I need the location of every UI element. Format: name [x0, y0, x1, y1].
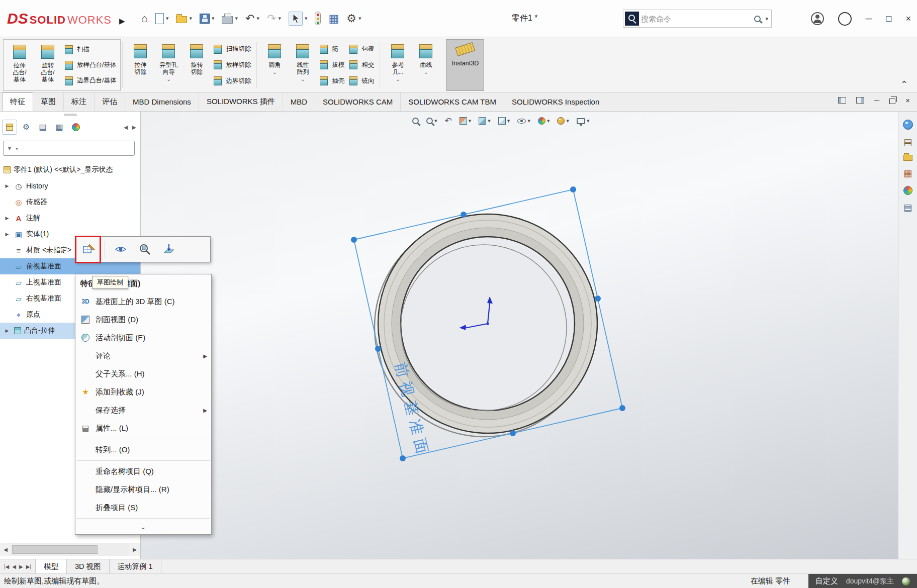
next-tab-icon[interactable]: ▶ [19, 564, 23, 569]
menu-item-save-selection[interactable]: 保存选择 ▶ [75, 401, 211, 419]
solidworks-resources-icon[interactable] [903, 120, 913, 130]
dropdown-caret-icon[interactable]: ▾ [189, 16, 192, 21]
last-tab-icon[interactable]: ▶| [26, 564, 31, 569]
search-icon[interactable] [754, 16, 761, 22]
mirror-button[interactable]: 镜向 [348, 73, 374, 88]
view-settings-button[interactable]: ▾ [574, 116, 592, 126]
interference-check-button[interactable] [312, 9, 324, 28]
pane-preview-right-icon[interactable] [856, 97, 864, 104]
lofted-boss-button[interactable]: 放样凸台/基体 [64, 58, 116, 73]
expand-arrow-icon[interactable]: ▶ [3, 232, 11, 237]
tab-solidworks-cam-tbm[interactable]: SOLIDWORKS CAM TBM [401, 92, 504, 111]
wrap-button[interactable]: 包覆 [348, 42, 374, 57]
menu-item-comment[interactable]: 评论 ▶ [75, 347, 211, 365]
extruded-cut-button[interactable]: 拉伸 切除 [126, 40, 154, 90]
new-document-button[interactable]: ▾ [152, 10, 172, 27]
customize-button[interactable]: 自定义 [815, 576, 838, 586]
tab-addins[interactable]: SOLIDWORKS 插件 [199, 92, 283, 111]
maximize-button[interactable]: □ [886, 14, 892, 23]
dropdown-caret-icon[interactable]: ▾ [527, 118, 530, 124]
swept-cut-button[interactable]: 扫描切除 [213, 42, 251, 57]
tab-propertymanager[interactable]: ⚙ [19, 120, 34, 135]
expand-arrow-icon[interactable]: ▶ [3, 328, 11, 333]
select-tool-button[interactable]: ▾ [286, 9, 311, 29]
tab-motion-study[interactable]: 运动算例 1 [110, 559, 161, 573]
dropdown-caret-icon[interactable]: ▾ [235, 16, 238, 21]
help-icon[interactable] [838, 12, 852, 26]
apply-scene-button[interactable]: ▾ [555, 115, 572, 127]
dropdown-chevron-icon[interactable]: ⌄ [166, 77, 170, 82]
print-button[interactable]: ▾ [219, 11, 241, 27]
tab-evaluate[interactable]: 评估 [95, 92, 125, 111]
search-input[interactable] [641, 15, 752, 23]
dropdown-caret-icon[interactable]: ▾ [256, 16, 259, 21]
instant3d-button[interactable]: Instant3D [446, 39, 484, 91]
dropdown-caret-icon[interactable]: ▾ [566, 118, 569, 124]
menu-item-parent-child[interactable]: 父子关系... (H) [75, 365, 211, 383]
scrollbar-track[interactable] [11, 543, 129, 556]
dropdown-caret-icon[interactable]: ▾ [358, 16, 361, 21]
dropdown-caret-icon[interactable]: ▾ [547, 118, 550, 124]
draft-button[interactable]: 拔模 [319, 57, 344, 72]
dropdown-chevron-icon[interactable]: ⌄ [272, 70, 277, 75]
view-orientation-button[interactable]: ▾ [476, 115, 493, 127]
hide-button[interactable] [112, 241, 129, 258]
hole-wizard-button[interactable]: 异型孔 向导 ⌄ [154, 40, 182, 90]
prev-tab-icon[interactable]: ◀ [12, 564, 16, 569]
dropdown-caret-icon[interactable]: ▾ [305, 16, 308, 21]
tab-model[interactable]: 模型 [36, 559, 67, 573]
zoom-to-fit-button[interactable] [410, 116, 421, 126]
reference-geometry-button[interactable]: 参考 几... ⌄ [384, 40, 412, 90]
dropdown-caret-icon[interactable]: ▾ [212, 16, 215, 21]
logo-flyout-icon[interactable]: ▶ [119, 17, 125, 26]
tab-displaymanager[interactable] [68, 120, 83, 135]
dropdown-chevron-icon[interactable]: ⌄ [396, 77, 400, 82]
revolved-boss-button[interactable]: 旋转 凸台/ 基体 [34, 41, 62, 89]
file-explorer-icon[interactable] [903, 155, 912, 161]
previous-view-button[interactable]: ↶ [442, 114, 454, 128]
doc-close-button[interactable]: × [905, 96, 910, 104]
tab-markup[interactable]: 标注 [64, 92, 95, 111]
dropdown-caret-icon[interactable]: ▾ [469, 118, 472, 124]
evaluate-table-button[interactable]: ▦ [325, 10, 342, 27]
close-button[interactable]: × [905, 14, 911, 23]
lofted-cut-button[interactable]: 放样切除 [213, 57, 251, 72]
doc-restore-button[interactable] [889, 99, 895, 104]
fillet-button[interactable]: 圆角 ⌄ [260, 40, 289, 90]
home-button[interactable]: ⌂ [138, 10, 151, 27]
tab-features[interactable]: 特征 [2, 92, 33, 111]
view-palette-icon[interactable]: ▦ [903, 169, 912, 178]
menu-item-add-to-favorites[interactable]: ★ 添加到收藏 (J) [75, 383, 211, 401]
tab-3d-views[interactable]: 3D 视图 [67, 559, 110, 573]
revolved-cut-button[interactable]: 旋转 切除 [182, 40, 211, 90]
scroll-left-icon[interactable]: ◀ [0, 547, 11, 552]
tree-item-annotations[interactable]: ▶ A 注解 [0, 210, 140, 226]
boundary-cut-button[interactable]: 边界切除 [213, 73, 251, 88]
scrollbar-thumb[interactable] [12, 545, 98, 554]
fm-scroll-right-icon[interactable]: ▶ [132, 124, 136, 131]
design-library-icon[interactable]: ▤ [903, 138, 912, 147]
tree-filter-box[interactable]: ▼ ▾ [3, 141, 135, 156]
user-account-icon[interactable] [811, 12, 824, 25]
tab-mbd-dimensions[interactable]: MBD Dimensions [125, 92, 199, 111]
tab-solidworks-cam[interactable]: SOLIDWORKS CAM [315, 92, 401, 111]
tab-solidworks-inspection[interactable]: SOLIDWORKS Inspection [504, 92, 607, 111]
display-style-button[interactable]: ▾ [496, 115, 513, 127]
extruded-boss-button[interactable]: 拉伸 凸台/ 基体 [6, 41, 34, 89]
ribbon-collapse-icon[interactable]: ⌃ [900, 79, 908, 90]
menu-item-hide-show-tree-items[interactable]: 隐藏/显示树项目... (R) [75, 480, 211, 499]
redo-button[interactable]: ↷▾ [264, 10, 284, 27]
tree-item-history[interactable]: ▶ ◷ History [0, 178, 140, 194]
tab-mbd[interactable]: MBD [283, 92, 315, 111]
dropdown-chevron-icon[interactable]: ⌄ [301, 77, 305, 82]
appearances-icon[interactable] [903, 186, 912, 195]
menu-item-collapse-items[interactable]: 折叠项目 (S) [75, 499, 211, 517]
normal-to-button[interactable] [160, 241, 177, 258]
menu-item-rename-tree-item[interactable]: 重命名树项目 (Q) [75, 462, 211, 480]
undo-button[interactable]: ↶▾ [242, 10, 262, 27]
dropdown-caret-icon[interactable]: ▾ [278, 16, 281, 21]
menu-item-properties[interactable]: ▤ 属性... (L) [75, 419, 211, 437]
save-button[interactable]: ▾ [197, 11, 218, 27]
dropdown-caret-icon[interactable]: ▾ [507, 118, 510, 124]
zoom-to-area-button[interactable]: ▾ [424, 116, 440, 126]
